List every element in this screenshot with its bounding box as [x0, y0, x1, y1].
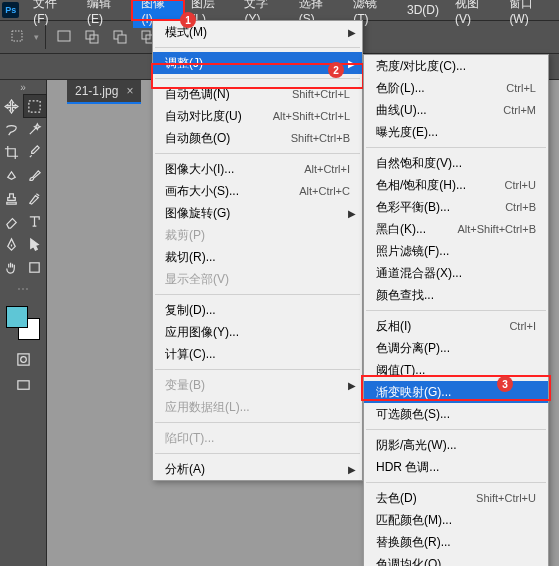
sub-photo-filter[interactable]: 照片滤镜(F)... — [364, 240, 548, 262]
menu-duplicate[interactable]: 复制(D)... — [153, 299, 362, 321]
annotation-box-1 — [131, 0, 185, 21]
brush-tool-icon[interactable] — [24, 164, 46, 186]
sub-vibrance[interactable]: 自然饱和度(V)... — [364, 152, 548, 174]
submenu-arrow-icon: ▶ — [348, 464, 356, 475]
svg-rect-9 — [30, 262, 39, 271]
annotation-dot-2: 2 — [328, 62, 344, 78]
image-menu-dropdown: 模式(M)▶ 调整(J)▶ 自动色调(N)Shift+Ctrl+L 自动对比度(… — [152, 20, 363, 481]
menu-edit[interactable]: 编辑(E) — [79, 0, 133, 28]
hand-tool-icon[interactable] — [1, 256, 23, 278]
menu-datasets: 应用数据组(L)... — [153, 396, 362, 418]
menu-auto-contrast[interactable]: 自动对比度(U)Alt+Shift+Ctrl+L — [153, 105, 362, 127]
marquee-sub-icon[interactable] — [108, 25, 132, 49]
menu-trap: 陷印(T)... — [153, 427, 362, 449]
submenu-arrow-icon: ▶ — [348, 380, 356, 391]
sub-invert[interactable]: 反相(I)Ctrl+I — [364, 315, 548, 337]
menu-image-rotation[interactable]: 图像旋转(G)▶ — [153, 202, 362, 224]
sub-brightness[interactable]: 亮度/对比度(C)... — [364, 55, 548, 77]
stamp-tool-icon[interactable] — [1, 187, 23, 209]
submenu-arrow-icon: ▶ — [348, 27, 356, 38]
menu-3d[interactable]: 3D(D) — [399, 1, 447, 19]
tool-preset-icon[interactable] — [6, 25, 30, 49]
sub-levels[interactable]: 色阶(L)...Ctrl+L — [364, 77, 548, 99]
sub-replace-color[interactable]: 替换颜色(R)... — [364, 531, 548, 553]
svg-rect-12 — [17, 380, 28, 388]
svg-rect-0 — [12, 31, 22, 41]
tools-panel: » ⋯ — [0, 80, 47, 566]
menubar: Ps 文件(F) 编辑(E) 图像(I) 图层(L) 文字(Y) 选择(S) 滤… — [0, 0, 559, 20]
menu-variables: 变量(B)▶ — [153, 374, 362, 396]
adjustments-submenu: 亮度/对比度(C)... 色阶(L)...Ctrl+L 曲线(U)...Ctrl… — [363, 54, 549, 566]
sub-exposure[interactable]: 曝光度(E)... — [364, 121, 548, 143]
fg-color-icon[interactable] — [6, 306, 28, 328]
sub-equalize[interactable]: 色调均化(Q) — [364, 553, 548, 566]
sub-color-lookup[interactable]: 颜色查找... — [364, 284, 548, 306]
sub-color-balance[interactable]: 色彩平衡(B)...Ctrl+B — [364, 196, 548, 218]
marquee-tool-icon[interactable] — [24, 95, 46, 117]
eraser-tool-icon[interactable] — [1, 210, 23, 232]
menu-file[interactable]: 文件(F) — [25, 0, 79, 28]
menu-image-size[interactable]: 图像大小(I)...Alt+Ctrl+I — [153, 158, 362, 180]
lasso-tool-icon[interactable] — [1, 118, 23, 140]
menu-reveal-all: 显示全部(V) — [153, 268, 362, 290]
svg-rect-10 — [17, 353, 28, 364]
path-select-tool-icon[interactable] — [24, 233, 46, 255]
color-swatch[interactable] — [6, 306, 40, 340]
menu-apply-image[interactable]: 应用图像(Y)... — [153, 321, 362, 343]
menu-crop: 裁剪(P) — [153, 224, 362, 246]
sub-shadows[interactable]: 阴影/高光(W)... — [364, 434, 548, 456]
sub-channel-mixer[interactable]: 通道混合器(X)... — [364, 262, 548, 284]
sub-curves[interactable]: 曲线(U)...Ctrl+M — [364, 99, 548, 121]
dropdown-arrow-icon[interactable]: ▾ — [34, 32, 39, 42]
menu-canvas-size[interactable]: 画布大小(S)...Alt+Ctrl+C — [153, 180, 362, 202]
sub-desaturate[interactable]: 去色(D)Shift+Ctrl+U — [364, 487, 548, 509]
menu-analysis[interactable]: 分析(A)▶ — [153, 458, 362, 480]
marquee-add-icon[interactable] — [80, 25, 104, 49]
sub-bw[interactable]: 黑白(K)...Alt+Shift+Ctrl+B — [364, 218, 548, 240]
ps-logo-icon: Ps — [2, 2, 19, 18]
menu-view[interactable]: 视图(V) — [447, 0, 501, 28]
menu-calculations[interactable]: 计算(C)... — [153, 343, 362, 365]
tab-filename: 21-1.jpg — [75, 84, 118, 98]
annotation-dot-3: 3 — [497, 376, 513, 392]
pen-tool-icon[interactable] — [1, 233, 23, 255]
type-tool-icon[interactable] — [24, 210, 46, 232]
svg-rect-8 — [29, 100, 40, 111]
wand-tool-icon[interactable] — [24, 118, 46, 140]
menu-window[interactable]: 窗口(W) — [501, 0, 559, 28]
annotation-dot-1: 1 — [180, 12, 196, 28]
svg-point-11 — [20, 356, 26, 362]
history-brush-tool-icon[interactable] — [24, 187, 46, 209]
sub-hue[interactable]: 色相/饱和度(H)...Ctrl+U — [364, 174, 548, 196]
menu-auto-color[interactable]: 自动颜色(O)Shift+Ctrl+B — [153, 127, 362, 149]
shape-tool-icon[interactable] — [24, 256, 46, 278]
eyedropper-tool-icon[interactable] — [24, 141, 46, 163]
svg-rect-1 — [58, 31, 70, 41]
crop-tool-icon[interactable] — [1, 141, 23, 163]
svg-rect-5 — [118, 35, 126, 43]
sub-selective-color[interactable]: 可选颜色(S)... — [364, 403, 548, 425]
quickmask-icon[interactable] — [12, 348, 34, 370]
tab-close-icon[interactable]: × — [126, 84, 133, 98]
marquee-rect-icon[interactable] — [52, 25, 76, 49]
sub-match-color[interactable]: 匹配颜色(M)... — [364, 509, 548, 531]
sub-hdr[interactable]: HDR 色调... — [364, 456, 548, 478]
menu-trim[interactable]: 裁切(R)... — [153, 246, 362, 268]
document-tab[interactable]: 21-1.jpg × — [67, 80, 141, 104]
move-tool-icon[interactable] — [1, 95, 23, 117]
screenmode-icon[interactable] — [12, 374, 34, 396]
annotation-box-3 — [361, 375, 551, 401]
heal-tool-icon[interactable] — [1, 164, 23, 186]
sub-posterize[interactable]: 色调分离(P)... — [364, 337, 548, 359]
submenu-arrow-icon: ▶ — [348, 208, 356, 219]
expand-handle-icon[interactable]: » — [1, 82, 46, 92]
